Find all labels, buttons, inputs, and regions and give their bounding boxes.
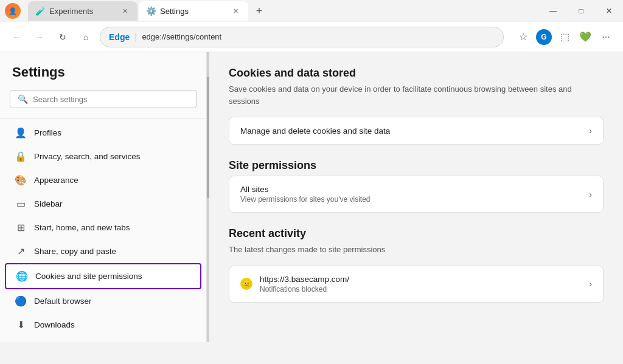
share-label: Share, copy and paste xyxy=(34,247,116,256)
tab-settings-label: Settings xyxy=(160,7,189,16)
manage-cookies-chevron: › xyxy=(589,126,592,136)
title-bar: 👤 🧪 Experiments ✕ ⚙️ Settings ✕ + — □ ✕ xyxy=(0,0,623,22)
cookies-icon: 🌐 xyxy=(16,270,28,282)
cookies-card: Manage and delete cookies and site data … xyxy=(229,117,604,145)
appearance-icon: 🎨 xyxy=(15,174,27,186)
browser-essentials-button[interactable]: 💚 xyxy=(576,27,595,47)
avatar[interactable]: 👤 xyxy=(5,3,21,19)
search-input[interactable] xyxy=(33,95,189,104)
site-url: https://3.basecamp.com/ xyxy=(260,275,589,284)
address-separator: | xyxy=(134,32,137,43)
sidebar-item-appearance[interactable]: 🎨 Appearance xyxy=(5,168,201,192)
scroll-thumb[interactable] xyxy=(207,77,209,198)
refresh-button[interactable]: ↻ xyxy=(54,28,72,46)
tab-settings[interactable]: ⚙️ Settings ✕ xyxy=(139,1,248,21)
privacy-label: Privacy, search, and services xyxy=(34,152,141,161)
toolbar-icons: ☆ G ⬚ 💚 ··· xyxy=(513,27,616,47)
start-label: Start, home, and new tabs xyxy=(34,223,130,232)
sidebar-item-default-browser[interactable]: 🔵 Default browser xyxy=(5,289,201,313)
new-tab-button[interactable]: + xyxy=(249,1,269,21)
recent-activity-card: 😐 https://3.basecamp.com/ Notifications … xyxy=(229,266,604,303)
privacy-icon: 🔒 xyxy=(15,151,27,162)
cookies-section-desc: Save cookies and data on your device in … xyxy=(229,83,604,107)
search-icon: 🔍 xyxy=(18,94,28,104)
sidebar-item-start[interactable]: ⊞ Start, home, and new tabs xyxy=(5,216,201,239)
recent-activity-desc: The latest changes made to site permissi… xyxy=(229,244,604,256)
more-button[interactable]: ··· xyxy=(596,27,616,47)
cookies-label: Cookies and site permissions xyxy=(35,272,142,281)
sidebar-item-family[interactable]: 👨‍👩‍👧 Family safety xyxy=(5,337,201,342)
sidebar-label: Sidebar xyxy=(34,199,63,208)
all-sites-sublabel: View permissions for sites you've visite… xyxy=(240,195,589,204)
minimize-button[interactable]: — xyxy=(539,0,567,22)
sidebar-item-downloads[interactable]: ⬇ Downloads xyxy=(5,313,201,337)
downloads-label: Downloads xyxy=(34,320,75,329)
content-area: Cookies and data stored Save cookies and… xyxy=(209,52,623,342)
sidebar-item-privacy[interactable]: 🔒 Privacy, search, and services xyxy=(5,145,201,168)
profiles-label: Profiles xyxy=(34,128,61,137)
all-sites-label: All sites xyxy=(240,185,589,194)
recent-activity-title: Recent activity xyxy=(229,227,604,240)
profile-button[interactable]: G xyxy=(534,27,554,47)
appearance-label: Appearance xyxy=(34,176,78,185)
home-button[interactable]: ⌂ xyxy=(77,28,95,46)
manage-cookies-row[interactable]: Manage and delete cookies and site data … xyxy=(229,117,603,144)
sidebar-item-sidebar[interactable]: ▭ Sidebar xyxy=(5,192,201,216)
site-sublabel: Notifications blocked xyxy=(260,285,589,294)
address-bar: ← → ↻ ⌂ Edge | edge://settings/content ☆… xyxy=(0,22,623,52)
sidebar-item-profiles[interactable]: 👤 Profiles xyxy=(5,121,201,145)
permissions-section-title: Site permissions xyxy=(229,159,604,172)
tab-experiments-close[interactable]: ✕ xyxy=(119,5,130,16)
maximize-button[interactable]: □ xyxy=(567,0,595,22)
all-sites-chevron: › xyxy=(589,190,592,199)
edge-logo: Edge xyxy=(109,32,130,42)
collections-button[interactable]: ⬚ xyxy=(555,27,574,47)
profile-circle: G xyxy=(536,29,552,45)
address-bar-input[interactable]: Edge | edge://settings/content xyxy=(100,27,504,47)
tab-experiments-label: Experiments xyxy=(49,7,93,16)
manage-cookies-label: Manage and delete cookies and site data xyxy=(240,126,589,136)
tab-experiments[interactable]: 🧪 Experiments ✕ xyxy=(28,1,137,21)
search-box[interactable]: 🔍 xyxy=(10,90,197,108)
back-button[interactable]: ← xyxy=(7,28,26,46)
all-sites-row[interactable]: All sites View permissions for sites you… xyxy=(229,176,603,212)
site-row-chevron: › xyxy=(589,279,592,289)
sidebar-item-cookies[interactable]: 🌐 Cookies and site permissions xyxy=(5,263,201,289)
sidebar-divider xyxy=(0,118,206,118)
site-row[interactable]: 😐 https://3.basecamp.com/ Notifications … xyxy=(229,266,603,302)
cookies-section-title: Cookies and data stored xyxy=(229,67,604,80)
forward-button[interactable]: → xyxy=(30,28,49,46)
close-button[interactable]: ✕ xyxy=(595,0,623,22)
tab-settings-close[interactable]: ✕ xyxy=(230,5,241,16)
downloads-icon: ⬇ xyxy=(15,319,27,331)
sidebar-icon: ▭ xyxy=(15,198,27,210)
favorite-button[interactable]: ☆ xyxy=(513,27,533,47)
default-browser-icon: 🔵 xyxy=(15,295,27,307)
permissions-card: All sites View permissions for sites you… xyxy=(229,176,604,213)
sidebar-title: Settings xyxy=(0,64,206,90)
experiments-icon: 🧪 xyxy=(35,6,46,16)
profiles-icon: 👤 xyxy=(15,127,27,139)
default-browser-label: Default browser xyxy=(34,297,92,306)
start-icon: ⊞ xyxy=(15,222,27,233)
scroll-divider xyxy=(207,52,209,342)
sidebar: Settings 🔍 👤 Profiles 🔒 Privacy, search,… xyxy=(0,52,207,342)
share-icon: ↗ xyxy=(15,246,27,257)
settings-icon: ⚙️ xyxy=(146,6,156,16)
sidebar-item-share[interactable]: ↗ Share, copy and paste xyxy=(5,239,201,263)
url-display: edge://settings/content xyxy=(142,32,495,41)
site-favicon: 😐 xyxy=(240,278,252,290)
main-layout: Settings 🔍 👤 Profiles 🔒 Privacy, search,… xyxy=(0,52,623,342)
window-controls: — □ ✕ xyxy=(539,0,623,22)
